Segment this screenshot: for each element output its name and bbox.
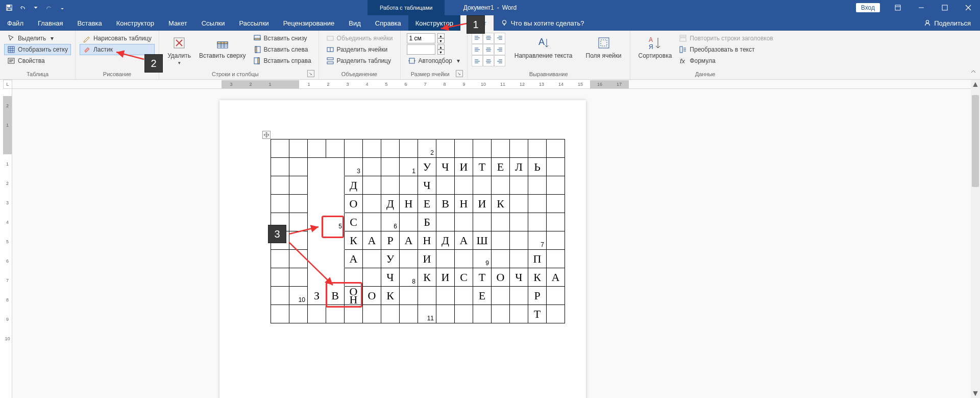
cw-cell[interactable] [381, 305, 400, 323]
cw-cell[interactable] [492, 139, 510, 158]
cw-cell[interactable] [400, 139, 418, 158]
align-mc[interactable] [483, 44, 494, 55]
rows-cols-launcher[interactable]: ↘ [307, 70, 314, 77]
cw-cell[interactable]: К [381, 287, 400, 305]
cw-cell[interactable] [473, 305, 492, 323]
autofit-button[interactable]: Автоподбор▾ [405, 55, 463, 66]
tab-insert[interactable]: Вставка [70, 15, 109, 31]
tab-design[interactable]: Конструктор [109, 15, 161, 31]
cw-cell[interactable] [289, 139, 308, 158]
cw-cell[interactable]: Д [381, 195, 400, 213]
cw-cell[interactable] [271, 158, 289, 176]
cw-cell[interactable] [510, 176, 528, 195]
cw-cell[interactable] [271, 195, 289, 213]
cw-cell[interactable] [436, 287, 455, 305]
cw-cell[interactable] [455, 287, 473, 305]
align-tc[interactable] [483, 33, 494, 44]
cw-cell[interactable]: К [528, 268, 547, 287]
align-tl[interactable] [472, 33, 483, 44]
cw-cell[interactable] [455, 250, 473, 268]
cw-cell[interactable]: К [492, 195, 510, 213]
cw-cell[interactable] [308, 231, 326, 250]
cw-cell[interactable]: 5 [326, 213, 345, 231]
cw-cell[interactable] [289, 176, 308, 195]
select-button[interactable]: Выделить▾ [4, 33, 71, 44]
cw-cell[interactable] [436, 305, 455, 323]
cw-cell[interactable] [363, 176, 381, 195]
cw-cell[interactable] [289, 213, 308, 231]
cw-cell[interactable]: Р [528, 287, 547, 305]
scroll-up[interactable]: ▲ [971, 80, 980, 89]
cw-cell[interactable]: Е [473, 287, 492, 305]
cw-cell[interactable] [400, 250, 418, 268]
cw-cell[interactable] [326, 195, 345, 213]
cw-cell[interactable] [528, 213, 547, 231]
cw-cell[interactable] [326, 250, 345, 268]
cw-cell[interactable] [308, 176, 326, 195]
cw-cell[interactable]: У [381, 250, 400, 268]
cw-cell[interactable] [473, 176, 492, 195]
cw-cell[interactable] [326, 305, 345, 323]
cw-cell[interactable] [326, 176, 345, 195]
save-icon[interactable] [3, 2, 15, 14]
cw-cell[interactable] [363, 250, 381, 268]
cw-cell[interactable] [528, 176, 547, 195]
align-mr[interactable] [494, 44, 505, 55]
cw-cell[interactable]: Ч [381, 268, 400, 287]
cw-cell[interactable]: Е [492, 158, 510, 176]
formula-button[interactable]: fxФормула [676, 55, 776, 66]
cw-cell[interactable] [289, 268, 308, 287]
eraser-button[interactable]: Ластик [80, 44, 155, 55]
cw-cell[interactable] [363, 158, 381, 176]
cw-cell[interactable] [510, 213, 528, 231]
cw-cell[interactable]: С [345, 213, 363, 231]
cw-cell[interactable] [363, 213, 381, 231]
cw-cell[interactable]: Д [436, 231, 455, 250]
cw-cell[interactable]: 1 [400, 158, 418, 176]
cw-cell[interactable] [363, 268, 381, 287]
cw-cell[interactable] [492, 250, 510, 268]
cw-cell[interactable] [547, 139, 565, 158]
width-input[interactable] [407, 44, 435, 55]
cw-cell[interactable]: Ч [436, 158, 455, 176]
cw-cell[interactable]: Д [345, 176, 363, 195]
table-move-handle[interactable] [262, 131, 271, 139]
tab-home[interactable]: Главная [31, 15, 70, 31]
cw-cell[interactable] [492, 231, 510, 250]
cw-cell[interactable]: А [345, 250, 363, 268]
cw-cell[interactable] [308, 250, 326, 268]
cw-cell[interactable] [510, 139, 528, 158]
cw-cell[interactable] [271, 250, 289, 268]
cw-cell[interactable]: У [418, 158, 436, 176]
cw-cell[interactable] [271, 305, 289, 323]
cw-cell[interactable] [345, 305, 363, 323]
cw-cell[interactable] [345, 268, 363, 287]
cw-cell[interactable]: О [492, 268, 510, 287]
ruler-corner[interactable]: L [3, 80, 12, 89]
align-bl[interactable] [472, 55, 483, 66]
cw-cell[interactable] [473, 139, 492, 158]
view-gridlines-button[interactable]: Отобразить сетку [4, 44, 71, 55]
cw-cell[interactable]: 7 [528, 231, 547, 250]
height-up[interactable]: ▲ [437, 33, 445, 38]
cell-margins-button[interactable]: Поля ячейки [582, 33, 626, 61]
cw-cell[interactable] [436, 213, 455, 231]
cw-cell[interactable] [308, 195, 326, 213]
document-area[interactable]: 231УЧИТЕЛЬДЧОДНЕВНИК5С6БКАРАНДАШ7АУИ9ПЧ8… [12, 89, 971, 398]
cw-cell[interactable] [326, 158, 345, 176]
cw-cell[interactable] [492, 176, 510, 195]
insert-left-button[interactable]: Вставить слева [250, 44, 314, 55]
cw-cell[interactable] [345, 139, 363, 158]
align-br[interactable] [494, 55, 505, 66]
cw-cell[interactable] [308, 139, 326, 158]
cw-cell[interactable] [400, 287, 418, 305]
cw-cell[interactable] [326, 139, 345, 158]
cw-cell[interactable]: А [400, 231, 418, 250]
cw-cell[interactable]: Ь [528, 158, 547, 176]
tab-view[interactable]: Вид [341, 15, 368, 31]
cw-cell[interactable]: Т [528, 305, 547, 323]
align-tr[interactable] [494, 33, 505, 44]
cw-cell[interactable]: Б [418, 213, 436, 231]
customize-qa-icon[interactable] [56, 2, 68, 14]
cw-cell[interactable] [510, 250, 528, 268]
